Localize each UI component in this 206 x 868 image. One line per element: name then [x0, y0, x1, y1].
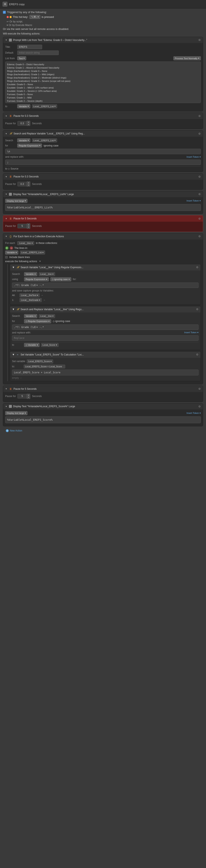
stepper-down[interactable]: ▼	[27, 184, 30, 187]
stepper-down[interactable]: ▼	[27, 396, 30, 399]
inner-search2-header[interactable]: ▼ 𝒳 Search and Replace Variable "Local__…	[10, 306, 201, 312]
pause1-value[interactable]: 0.3	[18, 121, 27, 126]
hotkey-dropdown[interactable]: ⌥⌘↓ ▾	[30, 15, 40, 19]
pause5-2-stepper[interactable]: 5 ▲ ▼	[18, 394, 30, 399]
trigger-checkbox[interactable]: ✓	[3, 11, 6, 14]
stepper-up[interactable]: ▲	[27, 223, 30, 226]
inner-s2-regex[interactable]: .*?: Grade (\d)+ -.*	[12, 324, 199, 330]
inner-s1-regex-dropdown[interactable]: Regular Expression▾	[24, 277, 49, 281]
new-action-btn[interactable]: + New Action	[3, 428, 203, 434]
list-from-dropdown[interactable]: Text▾	[17, 56, 26, 60]
display-type-dropdown[interactable]: Display text large▾	[5, 199, 27, 203]
gear-icon[interactable]: ⚙	[198, 217, 201, 220]
include-blank-checkbox[interactable]	[5, 256, 8, 258]
foreach-source-dropdown[interactable]: Variable▾	[5, 251, 18, 254]
gear-icon[interactable]: ⚙	[196, 353, 199, 356]
regex-type-dropdown[interactable]: Regular Expression▾	[17, 144, 42, 148]
pause1-stepper[interactable]: 0.3 ▲ ▼	[18, 121, 30, 126]
foreach-var-row: For each Local__line▾ in these collectio…	[5, 241, 201, 245]
set-var-dropdown[interactable]: Local_EREFS_Score▾	[27, 360, 53, 363]
to-label: to:	[12, 365, 23, 368]
gear-icon[interactable]: ⚙	[198, 115, 201, 118]
action-pause5-2-header[interactable]: ▼ ⏸ Pause for 5 Seconds ⚙	[3, 386, 203, 392]
variable-name-dropdown[interactable]: Local__EREFS_List▾	[32, 104, 57, 108]
set-var-to-var-dropdown[interactable]: Local_EREFS_Score + Local_Score	[24, 365, 65, 368]
stepper-up[interactable]: ▲	[27, 182, 30, 184]
insert-token-btn[interactable]: Insert Token ▾	[186, 199, 201, 202]
inner-s1-regex[interactable]: .*?: Grade (\d)+ -.*	[12, 283, 199, 288]
gear-icon[interactable]: ⚙	[198, 387, 201, 391]
or-by-script[interactable]: ↩Or by script.	[7, 20, 203, 23]
inner-search1-header[interactable]: ▼ 𝒳 Search Variable "Local__line" Using …	[10, 264, 201, 271]
action-foreach-header[interactable]: ▼ {} For Each Item in a Collection Execu…	[3, 233, 203, 240]
action-pause5-1-header[interactable]: ▼ ⏸ Pause for 5 Seconds ⚙	[3, 215, 203, 222]
pause2-value[interactable]: 0.3	[18, 182, 27, 186]
action-pause2: ▼ ⏸ Pause for 0.3 Seconds ⚙ Pause for 0.…	[3, 173, 203, 190]
inner-s2-to-var-dropdown[interactable]: Local_Score▾	[41, 343, 59, 347]
default-input[interactable]	[17, 51, 59, 55]
remove-collection-btn[interactable]: −	[10, 246, 13, 250]
action-display2-header[interactable]: ▼ Display Text "%Variable%Local_EREFS_Sc…	[3, 403, 203, 409]
process-dropdown[interactable]: Process Text Normally▾	[173, 56, 201, 60]
search-type-dropdown[interactable]: Variable▾	[17, 138, 30, 142]
pause2-stepper[interactable]: 0.3 ▲ ▼	[18, 181, 30, 187]
to-variable-dropdown[interactable]: Variable▾	[17, 104, 30, 108]
or-execute-macro[interactable]: ▾Or by Execute Macro	[7, 24, 203, 27]
regex1-input[interactable]: \n	[5, 149, 201, 154]
stepper-arrows[interactable]: ▲ ▼	[27, 394, 30, 399]
stepper-up[interactable]: ▲	[27, 121, 30, 123]
action-pause2-header[interactable]: ▼ ⏸ Pause for 0.3 Seconds ⚙	[3, 174, 203, 180]
stepper-arrows[interactable]: ▲ ▼	[27, 223, 30, 228]
action-pause1-header[interactable]: ▼ ⏸ Pause for 0.3 Seconds ⚙	[3, 113, 203, 119]
gear-icon[interactable]: ⚙	[198, 38, 201, 41]
foreach-var-name-dropdown[interactable]: Local__EREFS_List▾	[20, 251, 45, 254]
gear-icon[interactable]: ⚙	[198, 193, 201, 196]
gear-icon[interactable]: ⚙	[196, 266, 199, 269]
search1-var-dropdown[interactable]: Local__EREFS_List▾	[32, 138, 57, 142]
action-display1-header[interactable]: ▼ Display Text "%Variable%Local__EREFS_L…	[3, 191, 203, 197]
insert-token-btn[interactable]: Insert Token ▾	[186, 412, 201, 414]
insert-token-btn[interactable]: Insert Token ▾	[186, 156, 201, 158]
replace1-input[interactable]: ;	[5, 160, 201, 165]
gear-icon[interactable]: ⚙	[196, 308, 199, 311]
inner-s2-replace-input[interactable]: Replace	[12, 335, 199, 341]
stepper-up[interactable]: ▲	[27, 394, 30, 396]
stepper-arrows[interactable]: ▲ ▼	[27, 121, 30, 126]
web-server-line: Or via the web server but all remote acc…	[3, 27, 203, 31]
inner-s1-var-dropdown[interactable]: Local__line▾	[39, 272, 55, 276]
display2-type-dropdown[interactable]: Display text large▾	[5, 411, 27, 415]
foreach-var-dropdown[interactable]: Local__line▾	[17, 241, 34, 245]
inner-set-var-header[interactable]: ▼ ≈ Set Variable "Local_EREFS_Score" To …	[10, 351, 201, 358]
action-search1-header[interactable]: ▼ 𝒳 Search and Replace Variable "Local__…	[3, 130, 203, 137]
pause5-1-stepper[interactable]: 5 ▲ ▼	[18, 223, 30, 228]
add-collection-btn[interactable]: +	[5, 246, 8, 250]
display2-text[interactable]: %Variable%Local_EREFS_Score%	[5, 416, 201, 423]
capture-all-label: All:	[12, 294, 18, 297]
inner-s1-case-dropdown[interactable]: ◇ ignoring case▾	[50, 277, 71, 281]
inner-s2-to-type-dropdown[interactable]: ◇ Variable▾	[24, 343, 39, 347]
display1-text[interactable]: %Variable%Local__EREFS_List%	[5, 204, 201, 211]
title-input[interactable]	[17, 45, 42, 49]
gear-icon[interactable]: ⚙	[198, 405, 201, 408]
pause5-2-value[interactable]: 5	[18, 394, 27, 399]
action-icon-square	[9, 39, 12, 41]
gear-icon[interactable]: ⚙	[198, 132, 201, 135]
capture-1-dropdown[interactable]: Local__theGrade▾	[20, 298, 42, 302]
stepper-arrows[interactable]: ▲ ▼	[27, 181, 30, 187]
pause5-1-value[interactable]: 5	[18, 224, 27, 228]
gear-icon[interactable]: ⚙	[198, 235, 201, 238]
seconds-label: Seconds	[32, 122, 42, 125]
stepper-down[interactable]: ▼	[27, 123, 30, 126]
inner-s1-type-dropdown[interactable]: Variable▾	[24, 272, 37, 276]
gear-icon[interactable]: ⚙	[198, 175, 201, 178]
execute-actions-label: execute the following actions	[5, 260, 37, 263]
action-prompt-header[interactable]: ▼ Prompt With List from Text "Edema: Gra…	[3, 37, 203, 43]
inner-s2-regex-dropdown[interactable]: ◇ Regular Expression▾	[24, 319, 51, 323]
capture-all-dropdown[interactable]: Local__theText▾	[20, 293, 40, 297]
calc-expression[interactable]: Local_EREFS_Score + Local_Score	[12, 370, 199, 375]
insert-token-btn[interactable]: Insert Token ▾	[184, 331, 199, 334]
inner-s2-var-dropdown[interactable]: Local__line▾	[39, 314, 55, 318]
stepper-down[interactable]: ▼	[27, 226, 30, 228]
inner-s2-type-dropdown[interactable]: Variable▾	[24, 314, 37, 318]
hotkey-label: This hot key:	[13, 16, 28, 19]
